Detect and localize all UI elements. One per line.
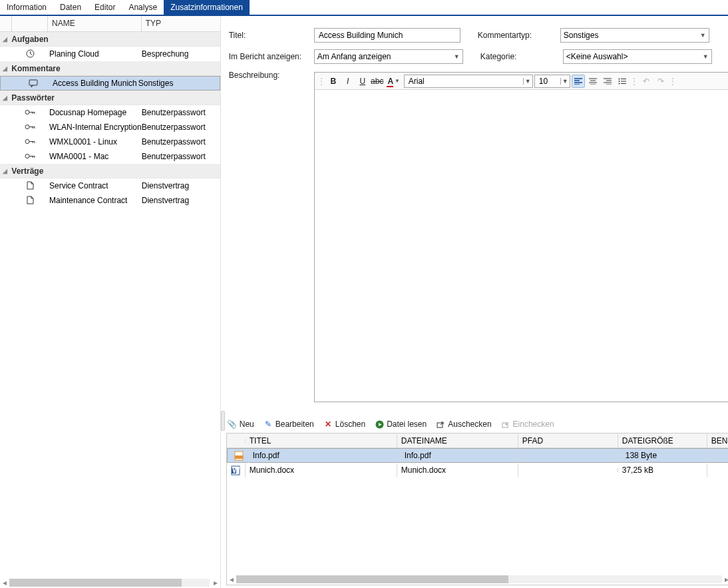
key-icon [12, 124, 48, 130]
item-typ: Sonstiges [138, 79, 217, 88]
loeschen-button[interactable]: ✕Löschen [323, 420, 365, 429]
checkin-icon [501, 420, 510, 429]
list-item[interactable]: Service Contract Dienstvertrag [0, 178, 220, 193]
italic-button[interactable]: I [341, 75, 355, 88]
sidebar-column-header: NAME TYP [0, 16, 220, 32]
item-typ: Dienstvertrag [142, 181, 220, 190]
richtext-body[interactable] [315, 90, 728, 402]
list-item[interactable]: WLAN-Internal Encryption Benutzerpasswor… [0, 120, 220, 135]
richtext-toolbar: ⋮ B I U abc A ▼ Arial [315, 73, 728, 90]
item-name: Docusnap Homepage [48, 108, 142, 117]
item-typ: Besprechung [142, 49, 220, 59]
align-right-button[interactable] [601, 75, 614, 88]
top-tabs: Information Daten Editor Analyse Zusatzi… [0, 0, 728, 16]
font-size-select[interactable]: 10 ▼ [534, 75, 570, 88]
cell-titel: Munich.docx [246, 463, 397, 477]
table-row[interactable]: W Munich.docx Munich.docx 37,25 kB [227, 463, 728, 477]
group-kommentare[interactable]: ◢ Kommentare [0, 61, 220, 76]
kategorie-select[interactable]: <Keine Auswahl> ▼ [563, 49, 712, 64]
checkout-icon [436, 420, 445, 429]
key-icon [12, 139, 48, 145]
bericht-select[interactable]: Am Anfang anzeigen ▼ [314, 49, 463, 64]
group-passwoerter[interactable]: ◢ Passwörter [0, 91, 220, 105]
svg-point-7 [618, 81, 620, 82]
group-label: Aufgaben [11, 35, 48, 44]
tab-daten[interactable]: Daten [53, 0, 88, 15]
col-header-typ[interactable]: TYP [142, 16, 220, 31]
sidebar-horizontal-scrollbar[interactable]: ◂▸ [0, 577, 220, 588]
toolbar-grip-icon: ⋮ [669, 77, 677, 86]
list-item[interactable]: Docusnap Homepage Benutzerpasswort [0, 105, 220, 120]
delete-icon: ✕ [323, 420, 333, 429]
attachments-horizontal-scrollbar[interactable]: ◂▸ [227, 574, 728, 585]
auschecken-button[interactable]: Auschecken [436, 420, 491, 429]
cell-groesse: 37,25 kB [618, 463, 707, 477]
list-item[interactable]: Maintenance Contract Dienstvertrag [0, 193, 220, 208]
font-family-select[interactable]: Arial ▼ [404, 75, 533, 88]
align-center-button[interactable] [586, 75, 600, 88]
bullet-list-button[interactable] [616, 75, 629, 88]
chevron-down-icon: ▼ [451, 53, 460, 60]
align-left-button[interactable] [572, 75, 585, 88]
tab-zusatzinformationen[interactable]: Zusatzinformationen [164, 0, 250, 15]
kommentartyp-select[interactable]: Sonstiges ▼ [560, 28, 709, 43]
document-icon [12, 181, 48, 190]
document-icon [12, 196, 48, 204]
select-value: Arial [405, 77, 429, 86]
cell-dateiname: Info.pdf [401, 449, 522, 462]
col-header-dateigroesse[interactable]: DATEIGRÖßE [618, 434, 707, 447]
item-name: Access Building Munich [51, 79, 138, 88]
font-color-button[interactable]: A ▼ [385, 75, 403, 88]
pencil-icon: ✎ [264, 420, 273, 429]
tab-analyse[interactable]: Analyse [122, 0, 164, 15]
redo-button[interactable]: ↷ [654, 75, 667, 88]
chevron-down-icon: ▼ [700, 53, 709, 60]
group-label: Kommentare [11, 64, 60, 73]
cell-pfad [518, 468, 618, 472]
sidebar-panel: NAME TYP ◢ Aufgaben Planing Cloud Bespre… [0, 16, 221, 588]
cell-groesse: 138 Byte [622, 449, 711, 462]
list-item[interactable]: WMA0001 - Mac Benutzerpasswort [0, 149, 220, 164]
undo-button[interactable]: ↶ [639, 75, 653, 88]
bearbeiten-button[interactable]: ✎Bearbeiten [264, 420, 314, 429]
details-panel: Titel: Kommentartyp: Sonstiges ▼ Im Beri… [221, 16, 728, 588]
list-item[interactable]: Access Building Munich Sonstiges [0, 76, 220, 91]
item-typ: Benutzerpasswort [142, 137, 220, 147]
svg-point-2 [25, 111, 29, 115]
group-vertraege[interactable]: ◢ Verträge [0, 164, 220, 178]
table-row[interactable]: Info.pdf Info.pdf 138 Byte [227, 448, 728, 463]
list-item[interactable]: WMXL0001 - Linux Benutzerpasswort [0, 135, 220, 149]
label-kommentartyp: Kommentartyp: [478, 31, 560, 40]
toolbar-grip-icon: ⋮ [630, 77, 638, 86]
col-header-pfad[interactable]: PFAD [518, 434, 618, 447]
play-circle-icon [375, 420, 384, 429]
chevron-down-icon: ▼ [560, 78, 570, 85]
toolbar-grip-icon: ⋮ [317, 77, 325, 86]
tab-editor[interactable]: Editor [88, 0, 122, 15]
strikethrough-button[interactable]: abc [371, 75, 384, 88]
label-kategorie: Kategorie: [480, 52, 563, 61]
list-item[interactable]: Planing Cloud Besprechung [0, 47, 220, 61]
col-header-ben[interactable]: BEN [707, 434, 728, 447]
underline-button[interactable]: U [356, 75, 369, 88]
docx-icon: W [227, 463, 246, 477]
group-label: Passwörter [11, 93, 55, 103]
titel-input[interactable] [314, 28, 460, 43]
select-value: Am Anfang anzeigen [317, 52, 391, 61]
datei-lesen-button[interactable]: Datei lesen [375, 420, 427, 429]
col-header-titel[interactable]: TITEL [246, 434, 397, 447]
svg-rect-13 [235, 455, 243, 459]
attachments-toolbar: 📎Neu ✎Bearbeiten ✕Löschen Datei lesen Au… [226, 416, 728, 433]
bold-button[interactable]: B [327, 75, 340, 88]
item-name: WMXL0001 - Linux [48, 137, 142, 147]
col-header-name[interactable]: NAME [48, 16, 142, 31]
cell-pfad [522, 453, 622, 457]
group-aufgaben[interactable]: ◢ Aufgaben [0, 32, 220, 47]
item-typ: Benutzerpasswort [142, 123, 220, 132]
chevron-down-icon: ▼ [697, 32, 706, 39]
col-header-dateiname[interactable]: DATEINAME [397, 434, 518, 447]
tab-information[interactable]: Information [0, 0, 53, 15]
neu-button[interactable]: 📎Neu [228, 420, 254, 429]
horizontal-splitter[interactable] [221, 409, 728, 416]
select-value: 10 [535, 77, 552, 86]
